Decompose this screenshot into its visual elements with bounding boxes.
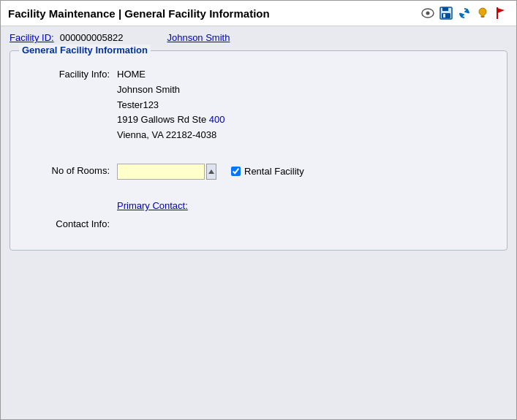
spinner-up-button[interactable] bbox=[206, 164, 216, 180]
svg-rect-3 bbox=[442, 7, 448, 11]
primary-contact-label-cell bbox=[22, 200, 117, 202]
facility-id-link[interactable]: Facility ID: bbox=[10, 32, 54, 43]
rooms-row: No of Rooms: Rental Facility bbox=[22, 164, 495, 180]
section-title: General Facility Information bbox=[19, 45, 151, 56]
primary-contact-row: Primary Contact: bbox=[22, 200, 495, 211]
svg-rect-5 bbox=[443, 14, 445, 18]
address-prefix: 1919 Gallows Rd Ste bbox=[117, 114, 209, 125]
header: Facility Maintenance | General Facility … bbox=[1, 1, 516, 26]
facility-info-line4: 1919 Gallows Rd Ste 400 bbox=[117, 112, 224, 128]
contact-info-row: Contact Info: bbox=[22, 217, 495, 229]
no-of-rooms-input[interactable] bbox=[117, 164, 205, 180]
spacer bbox=[22, 149, 495, 164]
refresh-button[interactable] bbox=[456, 5, 472, 21]
content-area: Facility ID: 000000005822 Johnson Smith … bbox=[1, 26, 516, 419]
facility-info-line5: Vienna, VA 22182-4038 bbox=[117, 128, 224, 143]
svg-point-6 bbox=[479, 8, 486, 15]
form-area: Facility Info: HOME Johnson Smith Tester… bbox=[22, 67, 495, 235]
rental-facility-row: Rental Facility bbox=[231, 166, 304, 177]
facility-info-line2: Johnson Smith bbox=[117, 83, 224, 98]
svg-rect-8 bbox=[481, 15, 484, 16]
facility-info-line3: Tester123 bbox=[117, 98, 224, 113]
top-bar: Facility ID: 000000005822 Johnson Smith bbox=[10, 32, 507, 43]
spacer2 bbox=[22, 186, 495, 200]
contact-info-label: Contact Info: bbox=[22, 217, 117, 229]
facility-id-value: 000000005822 bbox=[60, 32, 124, 43]
info-button[interactable] bbox=[475, 5, 491, 21]
svg-rect-4 bbox=[442, 13, 450, 18]
toolbar bbox=[420, 5, 509, 21]
contact-name-link[interactable]: Johnson Smith bbox=[167, 32, 230, 43]
facility-info-label: Facility Info: bbox=[22, 67, 117, 80]
svg-marker-11 bbox=[208, 169, 214, 174]
flag-button[interactable] bbox=[493, 5, 509, 21]
rooms-and-rental: Rental Facility bbox=[117, 164, 304, 180]
address-link[interactable]: 400 bbox=[209, 114, 225, 125]
svg-point-1 bbox=[426, 12, 430, 15]
page-title: Facility Maintenance | General Facility … bbox=[8, 7, 270, 20]
facility-info-line1: HOME bbox=[117, 67, 224, 83]
primary-contact-link[interactable]: Primary Contact: bbox=[117, 200, 188, 211]
rooms-spinner bbox=[117, 164, 216, 180]
rental-facility-checkbox[interactable] bbox=[231, 167, 241, 176]
facility-id-row: Facility ID: 000000005822 bbox=[10, 32, 123, 43]
view-button[interactable] bbox=[420, 5, 436, 21]
svg-marker-10 bbox=[497, 8, 505, 13]
no-of-rooms-label: No of Rooms: bbox=[22, 164, 117, 176]
rental-facility-label: Rental Facility bbox=[244, 166, 304, 177]
facility-info-value: HOME Johnson Smith Tester123 1919 Gallow… bbox=[117, 67, 224, 143]
save-button[interactable] bbox=[438, 5, 454, 21]
general-facility-section: General Facility Information Facility In… bbox=[10, 50, 507, 251]
facility-info-row: Facility Info: HOME Johnson Smith Tester… bbox=[22, 67, 495, 143]
